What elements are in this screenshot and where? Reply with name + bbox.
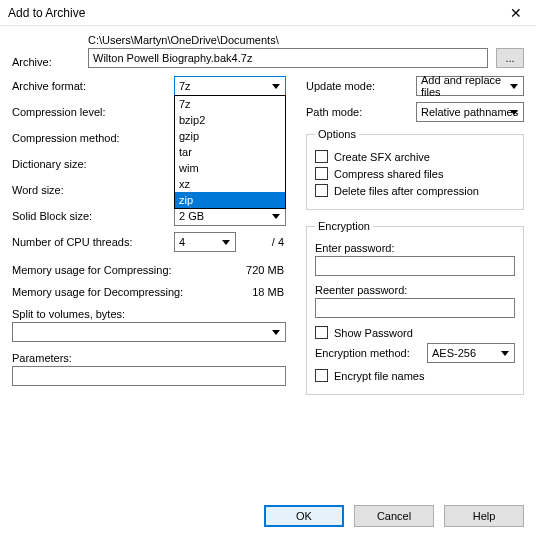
archive-path: C:\Users\Martyn\OneDrive\Documents\ <box>88 34 524 46</box>
checkbox-icon <box>315 184 328 197</box>
threads-select[interactable]: 4 <box>174 232 236 252</box>
format-option[interactable]: bzip2 <box>175 112 285 128</box>
encryption-legend: Encryption <box>315 220 373 232</box>
close-icon[interactable]: ✕ <box>496 0 536 26</box>
format-select[interactable]: 7z <box>174 76 286 96</box>
ok-button[interactable]: OK <box>264 505 344 527</box>
block-select[interactable]: 2 GB <box>174 206 286 226</box>
format-option[interactable]: zip <box>175 192 285 208</box>
archive-label: Archive: <box>12 56 88 68</box>
encrypt-names-checkbox[interactable]: Encrypt file names <box>315 369 515 382</box>
format-dropdown-list[interactable]: 7z bzip2 gzip tar wim xz zip <box>174 95 286 209</box>
pathmode-value: Relative pathnames <box>421 106 518 118</box>
cancel-button[interactable]: Cancel <box>354 505 434 527</box>
format-value: 7z <box>179 80 191 92</box>
mem-comp-label: Memory usage for Compressing: <box>12 264 187 280</box>
split-label: Split to volumes, bytes: <box>12 308 286 320</box>
block-label: Solid Block size: <box>12 210 162 222</box>
dict-label: Dictionary size: <box>12 158 162 170</box>
encryption-group: Encryption Enter password: Reenter passw… <box>306 220 524 395</box>
reenter-password-input[interactable] <box>315 298 515 318</box>
block-value: 2 GB <box>179 210 204 222</box>
method-label: Compression method: <box>12 132 162 144</box>
help-button[interactable]: Help <box>444 505 524 527</box>
mem-decomp-value: 18 MB <box>187 286 286 302</box>
word-label: Word size: <box>12 184 162 196</box>
sfx-checkbox[interactable]: Create SFX archive <box>315 150 515 163</box>
right-column: Update mode: Add and replace files Path … <box>306 76 524 405</box>
split-select[interactable] <box>12 322 286 342</box>
pathmode-select[interactable]: Relative pathnames <box>416 102 524 122</box>
format-option[interactable]: wim <box>175 160 285 176</box>
update-label: Update mode: <box>306 80 416 92</box>
button-bar: OK Cancel Help <box>264 505 524 527</box>
shared-checkbox[interactable]: Compress shared files <box>315 167 515 180</box>
enter-password-label: Enter password: <box>315 242 515 254</box>
checkbox-icon <box>315 326 328 339</box>
params-input[interactable] <box>12 366 286 386</box>
titlebar: Add to Archive ✕ <box>0 0 536 26</box>
delete-checkbox[interactable]: Delete files after compression <box>315 184 515 197</box>
threads-label: Number of CPU threads: <box>12 236 162 248</box>
checkbox-icon <box>315 167 328 180</box>
checkbox-icon <box>315 369 328 382</box>
threads-value: 4 <box>179 236 185 248</box>
format-option[interactable]: xz <box>175 176 285 192</box>
update-value: Add and replace files <box>421 74 519 98</box>
params-label: Parameters: <box>12 352 286 364</box>
format-option[interactable]: tar <box>175 144 285 160</box>
checkbox-icon <box>315 150 328 163</box>
options-group: Options Create SFX archive Compress shar… <box>306 128 524 210</box>
format-label: Archive format: <box>12 80 162 92</box>
dialog-content: Archive: C:\Users\Martyn\OneDrive\Docume… <box>0 26 536 405</box>
threads-max: / 4 <box>242 236 284 248</box>
enter-password-input[interactable] <box>315 256 515 276</box>
pathmode-label: Path mode: <box>306 106 416 118</box>
mem-decomp-label: Memory usage for Decompressing: <box>12 286 187 302</box>
window-title: Add to Archive <box>8 6 496 20</box>
format-option[interactable]: 7z <box>175 96 285 112</box>
left-column: Archive format: 7z 7z bzip2 gzip tar wim… <box>12 76 286 405</box>
browse-button[interactable]: ... <box>496 48 524 68</box>
reenter-password-label: Reenter password: <box>315 284 515 296</box>
update-select[interactable]: Add and replace files <box>416 76 524 96</box>
mem-comp-value: 720 MB <box>187 264 286 280</box>
enc-method-select[interactable]: AES-256 <box>427 343 515 363</box>
show-password-checkbox[interactable]: Show Password <box>315 326 515 339</box>
format-option[interactable]: gzip <box>175 128 285 144</box>
archive-filename-input[interactable] <box>88 48 488 68</box>
enc-method-value: AES-256 <box>432 347 476 359</box>
enc-method-label: Encryption method: <box>315 347 427 359</box>
level-label: Compression level: <box>12 106 162 118</box>
options-legend: Options <box>315 128 359 140</box>
